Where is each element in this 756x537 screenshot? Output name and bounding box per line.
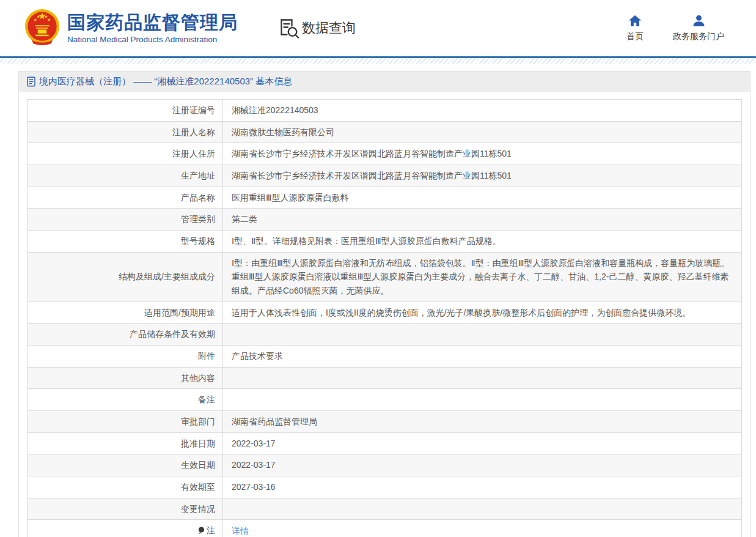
row-value: 第二类 bbox=[232, 214, 257, 224]
row-label: 生效日期 bbox=[181, 460, 215, 470]
row-value: 湖南省药品监督管理局 bbox=[232, 417, 317, 426]
row-label-cell: 产品储存条件及有效期 bbox=[28, 324, 223, 346]
row-label: 其他内容 bbox=[181, 373, 215, 383]
row-label-cell: 注册人名称 bbox=[28, 121, 223, 143]
row-value-cell: 2022-03-17 bbox=[223, 454, 742, 476]
document-icon bbox=[27, 76, 35, 87]
row-value: 湖南微肽生物医药有限公司 bbox=[232, 127, 334, 137]
table-row: 适用范围/预期用途 适用于人体浅表性创面，I度或浅II度的烧烫伤创面，激光/光子… bbox=[28, 302, 742, 324]
row-label: 附件 bbox=[198, 351, 215, 361]
row-value: 湘械注准20222140503 bbox=[232, 105, 318, 115]
details-link[interactable]: 详情 bbox=[232, 526, 249, 536]
nav-item-home[interactable]: 首页 bbox=[626, 15, 644, 42]
table-row: 注册证编号 湘械注准20222140503 bbox=[28, 100, 742, 122]
row-label-cell: 批准日期 bbox=[28, 432, 223, 454]
row-label: 注 bbox=[207, 525, 215, 535]
table-row: 批准日期 2022-03-17 bbox=[28, 432, 742, 454]
table-row: 附件 产品技术要求 bbox=[28, 346, 742, 368]
row-value: 适用于人体浅表性创面，I度或浅II度的烧烫伤创面，激光/光子/果酸换肤/微整形术… bbox=[232, 308, 691, 317]
top-nav: 首页 政务服务门户 bbox=[626, 15, 724, 42]
table-row: 注册人名称 湖南微肽生物医药有限公司 bbox=[28, 121, 742, 143]
row-label: 注册人住所 bbox=[172, 149, 215, 158]
row-value-cell bbox=[223, 498, 742, 520]
row-label-cell: 其他内容 bbox=[28, 367, 223, 389]
row-label-cell: 生效日期 bbox=[28, 454, 223, 476]
row-label: 有效期至 bbox=[181, 482, 215, 492]
table-row: 生效日期 2022-03-17 bbox=[28, 454, 742, 476]
row-label-cell: 变更情况 bbox=[28, 498, 223, 520]
row-label-cell: 注册证编号 bbox=[28, 100, 223, 122]
site-title: 国家药品监督管理局 bbox=[67, 12, 238, 34]
table-row: 产品储存条件及有效期 bbox=[28, 324, 742, 346]
row-label-cell: 有效期至 bbox=[28, 476, 223, 498]
table-row: 生产地址 湖南省长沙市宁乡经济技术开发区谐园北路蓝月谷智能制造产业园11栋501 bbox=[28, 165, 742, 187]
row-label: 注册人名称 bbox=[172, 127, 215, 137]
content-panel: 境内医疗器械（注册） —— “湘械注准20222140503” 基本信息 注册证… bbox=[18, 71, 750, 537]
home-icon bbox=[628, 15, 642, 27]
row-value-cell bbox=[223, 324, 742, 346]
row-value-cell: 湖南省长沙市宁乡经济技术开发区谐园北路蓝月谷智能制造产业园11栋501 bbox=[223, 143, 742, 165]
row-label-cell: 生产地址 bbox=[28, 165, 223, 187]
row-label-cell: 适用范围/预期用途 bbox=[28, 302, 223, 324]
row-value: 2022-03-17 bbox=[232, 439, 276, 448]
row-label: 备注 bbox=[198, 394, 215, 404]
row-value: Ⅰ型、Ⅱ型。详细规格见附表：医用重组Ⅲ型人源胶原蛋白敷料产品规格。 bbox=[232, 236, 501, 246]
row-value-cell: Ⅰ型：由重组Ⅲ型人源胶原蛋白溶液和无纺布组成，铝箔袋包装。Ⅱ型：由重组Ⅲ型人源胶… bbox=[223, 252, 742, 302]
row-value: 湖南省长沙市宁乡经济技术开发区谐园北路蓝月谷智能制造产业园11栋501 bbox=[232, 171, 512, 180]
row-value-cell: 湖南省长沙市宁乡经济技术开发区谐园北路蓝月谷智能制造产业园11栋501 bbox=[223, 165, 742, 187]
data-query-label: 数据查询 bbox=[302, 19, 356, 37]
site-subtitle: National Medical Products Administration bbox=[67, 35, 238, 44]
row-label-cell: 产品名称 bbox=[28, 187, 223, 209]
nav-item-portal[interactable]: 政务服务门户 bbox=[673, 15, 724, 42]
doc-search-icon bbox=[279, 18, 299, 39]
table-row: 注 详情 bbox=[28, 520, 742, 537]
row-label-cell: 结构及组成/主要组成成分 bbox=[28, 252, 223, 302]
row-label: 管理类别 bbox=[181, 214, 215, 224]
row-label: 审批部门 bbox=[181, 417, 215, 426]
row-value-cell: Ⅰ型、Ⅱ型。详细规格见附表：医用重组Ⅲ型人源胶原蛋白敷料产品规格。 bbox=[223, 231, 742, 253]
table-row: 管理类别 第二类 bbox=[28, 209, 742, 231]
row-label-cell: 附件 bbox=[28, 346, 223, 368]
row-value: 湖南省长沙市宁乡经济技术开发区谐园北路蓝月谷智能制造产业园11栋501 bbox=[232, 149, 512, 158]
breadcrumb: 境内医疗器械（注册） —— “湘械注准20222140503” 基本信息 bbox=[19, 72, 750, 92]
site-logo: 国家药品监督管理局 National Medical Products Admi… bbox=[23, 9, 238, 48]
row-label-cell: 管理类别 bbox=[28, 209, 223, 231]
row-label-cell: 审批部门 bbox=[28, 411, 223, 433]
site-header: 国家药品监督管理局 National Medical Products Admi… bbox=[0, 0, 756, 56]
row-value-cell: 湖南微肽生物医药有限公司 bbox=[223, 121, 742, 143]
table-row: 结构及组成/主要组成成分 Ⅰ型：由重组Ⅲ型人源胶原蛋白溶液和无纺布组成，铝箔袋包… bbox=[28, 252, 742, 302]
table-row: 审批部门 湖南省药品监督管理局 bbox=[28, 411, 742, 433]
row-value-cell: 2027-03-16 bbox=[223, 476, 742, 498]
row-value-cell bbox=[223, 389, 742, 411]
registration-detail-table: 注册证编号 湘械注准20222140503 注册人名称 湖南微肽生物医药有限公司… bbox=[27, 99, 742, 537]
row-label-cell: 注册人住所 bbox=[28, 143, 223, 165]
table-row: 变更情况 bbox=[28, 498, 742, 520]
row-value-cell: 湘械注准20222140503 bbox=[223, 100, 742, 122]
table-row: 产品名称 医用重组Ⅲ型人源胶原蛋白敷料 bbox=[28, 187, 742, 209]
row-value-cell: 产品技术要求 bbox=[223, 346, 742, 368]
nav-portal-label: 政务服务门户 bbox=[673, 31, 724, 42]
detail-table-wrap: 注册证编号 湘械注准20222140503 注册人名称 湖南微肽生物医药有限公司… bbox=[19, 92, 750, 537]
table-row: 有效期至 2027-03-16 bbox=[28, 476, 742, 498]
row-value: 医用重组Ⅲ型人源胶原蛋白敷料 bbox=[232, 193, 349, 202]
user-icon bbox=[692, 15, 705, 27]
table-row: 注册人住所 湖南省长沙市宁乡经济技术开发区谐园北路蓝月谷智能制造产业园11栋50… bbox=[28, 143, 742, 165]
data-query-section[interactable]: 数据查询 bbox=[279, 18, 356, 39]
row-label: 结构及组成/主要组成成分 bbox=[119, 272, 215, 281]
breadcrumb-text: 境内医疗器械（注册） —— “湘械注准20222140503” 基本信息 bbox=[39, 76, 292, 87]
row-value-cell: 详情 bbox=[223, 520, 742, 537]
row-label: 产品储存条件及有效期 bbox=[130, 329, 215, 339]
table-row: 其他内容 bbox=[28, 367, 742, 389]
row-value-cell bbox=[223, 367, 742, 389]
row-label: 变更情况 bbox=[181, 504, 215, 514]
row-value: 产品技术要求 bbox=[232, 351, 283, 361]
row-label: 型号规格 bbox=[181, 236, 215, 246]
table-row: 备注 bbox=[28, 389, 742, 411]
row-value-cell: 2022-03-17 bbox=[223, 432, 742, 454]
national-emblem-icon bbox=[23, 9, 61, 48]
row-value-cell: 湖南省药品监督管理局 bbox=[223, 411, 742, 433]
row-value-cell: 适用于人体浅表性创面，I度或浅II度的烧烫伤创面，激光/光子/果酸换肤/微整形术… bbox=[223, 302, 742, 324]
row-label-cell: 注 bbox=[28, 520, 223, 537]
row-value: 2027-03-16 bbox=[232, 482, 276, 492]
row-label: 注册证编号 bbox=[172, 105, 215, 115]
